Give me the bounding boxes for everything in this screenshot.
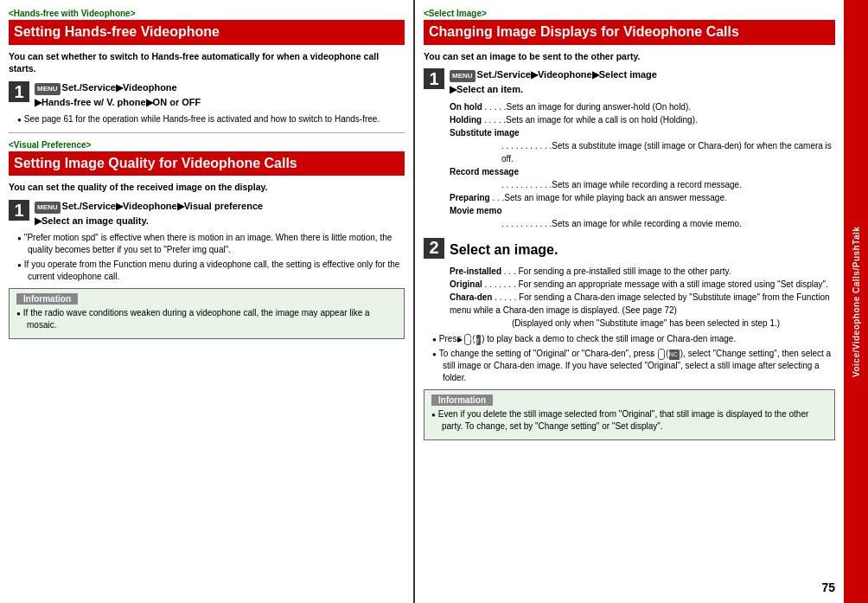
detail-original: Original . . . . . . . For sending an ap… [450,278,835,291]
section-title-select: Changing Image Displays for Videophone C… [424,20,835,45]
step-text-1-handsfree: MENUSet./Service▶Videophone ▶Hands-free … [35,80,201,110]
bullet-list-step2: Press ▶(Play) to play back a demo to che… [432,333,835,384]
detail-record-text: . . . . . . . . . . .Sets an image while… [501,178,835,191]
page-number: 75 [821,581,835,594]
detail-substitute-label: Substitute image [450,126,835,139]
step-text-1-visual: MENUSet./Service▶Videophone▶Visual prefe… [35,199,263,228]
step-text-setservice-1: Set./Service▶Videophone [62,82,177,93]
step-num-1-select: 1 [424,68,444,89]
step2-select: 2 Select an image. [424,237,835,261]
section-desc-visual: You can set the quality of the received … [9,181,405,194]
section-tag-visual: <Visual Preference> [9,140,405,150]
detail-preparing: Preparing . . .Sets an image for while p… [450,191,835,204]
side-tab: Voice/Videophone Calls/PushTalk [844,0,868,603]
step1-handsfree: 1 MENUSet./Service▶Videophone ▶Hands-fre… [9,80,405,110]
side-tab-label: Voice/Videophone Calls/PushTalk [852,226,861,376]
menu-icon-3: MENU [450,70,475,82]
step-text-select-option: ▶Select an item. [450,84,523,94]
bullet-handsfree-1: See page 61 for the operation while Hand… [17,113,405,125]
step1-visual: 1 MENUSet./Service▶Videophone▶Visual pre… [9,199,405,228]
detail-onhold: On hold . . . . .Sets an image for durin… [450,100,835,113]
infobox-visual-text: If the radio wave conditions weaken duri… [16,307,397,331]
detail-charadentext: Chara-den . . . . . For sending a Chara-… [450,291,835,317]
step-text-handsfree-option: ▶Hands-free w/ V. phone▶ON or OFF [35,97,201,107]
infobox-visual: Information If the radio wave conditions… [9,288,405,339]
right-column: <Select Image> Changing Image Displays f… [415,0,844,603]
detail-substitute-text: . . . . . . . . . . .Sets a substitute i… [501,139,835,165]
infobox-visual-bullet-1: If the radio wave conditions weaken duri… [16,307,397,331]
section-title-visual: Setting Image Quality for Videophone Cal… [9,151,405,176]
infobox-select-bullet-1: Even if you delete the still image selec… [431,408,827,433]
bullet-step2-1: Press ▶(Play) to play back a demo to che… [432,333,835,345]
section-desc-select: You can set an image to be sent to the o… [424,50,835,63]
bullet-list-visual: "Prefer motion spd" is effective when th… [17,232,405,283]
divider-1 [9,132,405,133]
left-column: <Hands-free with Videophone> Setting Han… [0,0,415,603]
section-handsfree: <Hands-free with Videophone> Setting Han… [9,9,405,125]
infobox-select-text: Even if you delete the still image selec… [431,408,827,433]
menu-icon-1: MENU [35,83,61,95]
section-tag-handsfree: <Hands-free with Videophone> [9,9,405,18]
infobox-select: Information Even if you delete the still… [424,389,835,440]
bullet-list-handsfree: See page 61 for the operation while Hand… [17,113,405,125]
main-content: <Hands-free with Videophone> Setting Han… [0,0,868,603]
section-tag-select: <Select Image> [424,9,835,18]
detail-list-select: On hold . . . . .Sets an image for durin… [450,100,835,230]
step-num-2-select: 2 [424,238,444,259]
detail-charadentext2: (Displayed only when "Substitute image" … [512,317,835,330]
step-num-1-visual: 1 [9,200,29,221]
section-desc-handsfree: You can set whether to switch to Hands-f… [9,50,405,75]
bullet-step2-2: To change the setting of "Original" or "… [432,348,835,384]
step2-title: Select an image. [450,242,558,258]
bullet-visual-1: "Prefer motion spd" is effective when th… [17,232,405,256]
step-text-visual-option: ▶Select an image quality. [35,215,149,226]
play-sub-icon: Play [476,335,482,345]
section-visual-preference: <Visual Preference> Setting Image Qualit… [9,140,405,339]
infobox-visual-title: Information [16,293,78,305]
func-sub-icon: FUNC [669,350,679,360]
step-text-1-select: MENUSet./Service▶Videophone▶Select image… [450,67,657,97]
detail-holding: Holding . . . . .Sets an image for while… [450,113,835,126]
bullet-visual-2: If you operate from the Function menu du… [17,259,405,283]
step-text-setservice-2: Set./Service▶Videophone▶Visual preferenc… [62,201,264,211]
section-title-handsfree: Setting Hands-free Videophone [9,20,405,45]
infobox-select-title: Information [431,395,493,406]
menu-icon-2: MENU [35,202,61,214]
step-num-1-handsfree: 1 [9,81,29,102]
step-text-setservice-3: Set./Service▶Videophone▶Select image [477,69,657,80]
section-select-image: <Select Image> Changing Image Displays f… [424,9,835,440]
detail-list-step2: Pre-installed . . . For sending a pre-in… [450,265,835,330]
step1-select: 1 MENUSet./Service▶Videophone▶Select ima… [424,67,835,97]
detail-moviememo-text: . . . . . . . . . . .Sets an image for w… [501,217,835,230]
detail-preinstalled: Pre-installed . . . For sending a pre-in… [450,265,835,278]
detail-moviememo-label: Movie memo [450,204,835,217]
detail-record-label: Record message [450,165,835,178]
